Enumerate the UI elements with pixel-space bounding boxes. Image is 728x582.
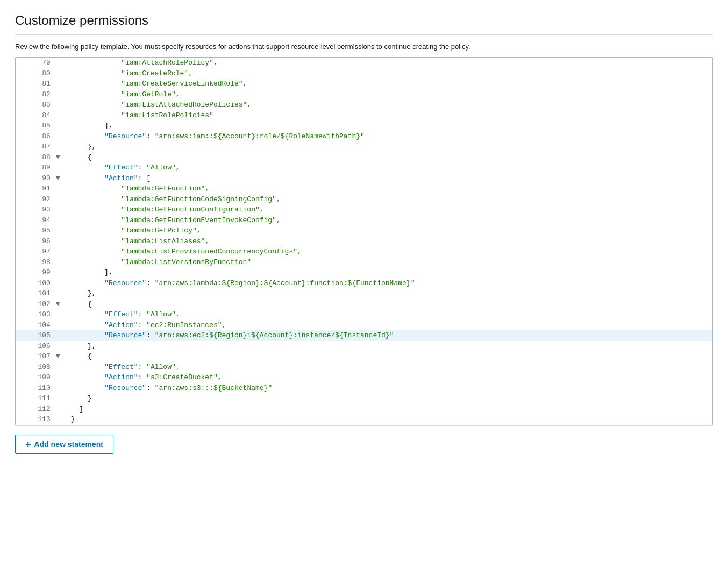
fold-indicator xyxy=(55,362,69,373)
line-number: 102 xyxy=(16,299,55,310)
code-content[interactable]: "lambda:GetFunctionEventInvokeConfig", xyxy=(69,215,712,226)
code-content[interactable]: ], xyxy=(69,120,712,131)
table-row: 83 "iam:ListAttachedRolePolicies", xyxy=(16,100,712,110)
code-content[interactable]: "Action": [ xyxy=(69,173,712,184)
table-row: 95 "lambda:GetPolicy", xyxy=(16,225,712,236)
line-number: 94 xyxy=(16,215,55,226)
fold-indicator xyxy=(55,141,69,152)
code-area[interactable]: 79 "iam:AttachRolePolicy",80 "iam:Create… xyxy=(16,58,712,425)
code-content[interactable]: "iam:CreateServiceLinkedRole", xyxy=(69,79,712,89)
table-row: 94 "lambda:GetFunctionEventInvokeConfig"… xyxy=(16,215,712,226)
code-content[interactable]: "Resource": "arn:aws:lambda:${Region}:${… xyxy=(69,278,712,289)
table-row: 86 "Resource": "arn:aws:iam::${Account}:… xyxy=(16,131,712,142)
table-row: 105 "Resource": "arn:aws:ec2:${Region}:$… xyxy=(16,330,712,341)
line-number: 98 xyxy=(16,257,55,268)
code-content[interactable]: "Action": "ec2:RunInstances", xyxy=(69,320,712,331)
code-content[interactable]: }, xyxy=(69,141,712,152)
line-number: 91 xyxy=(16,183,55,194)
code-content[interactable]: "Resource": "arn:aws:ec2:${Region}:${Acc… xyxy=(69,330,712,341)
code-content[interactable]: "iam:CreateRole", xyxy=(69,68,712,79)
table-row: 96 "lambda:ListAliases", xyxy=(16,236,712,247)
code-content[interactable]: "iam:ListRolePolicies" xyxy=(69,110,712,121)
line-number: 112 xyxy=(16,404,55,415)
fold-indicator xyxy=(55,236,69,247)
table-row: 110 "Resource": "arn:aws:s3:::${BucketNa… xyxy=(16,383,712,394)
table-row: 91 "lambda:GetFunction", xyxy=(16,183,712,194)
page-description: Review the following policy template. Yo… xyxy=(15,42,713,51)
policy-editor: 79 "iam:AttachRolePolicy",80 "iam:Create… xyxy=(15,57,713,425)
code-content[interactable]: ], xyxy=(69,267,712,278)
plus-icon: + xyxy=(25,439,31,449)
line-number: 96 xyxy=(16,236,55,247)
line-number: 82 xyxy=(16,89,55,100)
line-number: 89 xyxy=(16,162,55,173)
fold-indicator[interactable]: ▼ xyxy=(55,173,69,184)
line-number: 87 xyxy=(16,141,55,152)
code-content[interactable]: } xyxy=(69,393,712,404)
code-content[interactable]: "Effect": "Allow", xyxy=(69,309,712,320)
code-content[interactable]: "iam:GetRole", xyxy=(69,89,712,100)
code-content[interactable]: "iam:ListAttachedRolePolicies", xyxy=(69,100,712,110)
code-content[interactable]: "lambda:ListVersionsByFunction" xyxy=(69,257,712,268)
code-content[interactable]: "lambda:GetFunctionCodeSigningConfig", xyxy=(69,194,712,205)
line-number: 113 xyxy=(16,414,55,425)
fold-indicator xyxy=(55,215,69,226)
table-row: 107▼ { xyxy=(16,351,712,362)
line-number: 79 xyxy=(16,58,55,68)
fold-indicator xyxy=(55,204,69,215)
fold-indicator xyxy=(55,100,69,110)
code-content[interactable]: "lambda:ListProvisionedConcurrencyConfig… xyxy=(69,246,712,257)
code-content[interactable]: "Action": "s3:CreateBucket", xyxy=(69,372,712,383)
code-content[interactable]: "Effect": "Allow", xyxy=(69,162,712,173)
code-content[interactable]: "Resource": "arn:aws:iam::${Account}:rol… xyxy=(69,131,712,142)
fold-indicator xyxy=(55,110,69,121)
fold-indicator xyxy=(55,225,69,236)
fold-indicator xyxy=(55,58,69,68)
line-number: 88 xyxy=(16,152,55,163)
line-number: 105 xyxy=(16,330,55,341)
code-content[interactable]: }, xyxy=(69,288,712,299)
table-row: 84 "iam:ListRolePolicies" xyxy=(16,110,712,121)
table-row: 111 } xyxy=(16,393,712,404)
code-content[interactable]: { xyxy=(69,152,712,163)
table-row: 106 }, xyxy=(16,341,712,352)
fold-indicator xyxy=(55,320,69,331)
table-row: 102▼ { xyxy=(16,299,712,310)
add-statement-button[interactable]: + Add new statement xyxy=(15,435,113,454)
table-row: 90▼ "Action": [ xyxy=(16,173,712,184)
fold-indicator xyxy=(55,131,69,142)
table-row: 100 "Resource": "arn:aws:lambda:${Region… xyxy=(16,278,712,289)
code-content[interactable]: "lambda:GetFunctionConfiguration", xyxy=(69,204,712,215)
fold-indicator xyxy=(55,257,69,268)
line-number: 111 xyxy=(16,393,55,404)
table-row: 85 ], xyxy=(16,120,712,131)
table-row: 112 ] xyxy=(16,404,712,415)
fold-indicator xyxy=(55,183,69,194)
line-number: 100 xyxy=(16,278,55,289)
code-content[interactable]: "Resource": "arn:aws:s3:::${BucketName}" xyxy=(69,383,712,394)
line-number: 104 xyxy=(16,320,55,331)
line-number: 101 xyxy=(16,288,55,299)
code-content[interactable]: "iam:AttachRolePolicy", xyxy=(69,58,712,68)
fold-indicator xyxy=(55,393,69,404)
fold-indicator[interactable]: ▼ xyxy=(55,351,69,362)
code-content[interactable]: { xyxy=(69,299,712,310)
fold-indicator xyxy=(55,79,69,89)
code-content[interactable]: { xyxy=(69,351,712,362)
line-number: 90 xyxy=(16,173,55,184)
code-content[interactable]: "Effect": "Allow", xyxy=(69,362,712,373)
fold-indicator[interactable]: ▼ xyxy=(55,299,69,310)
fold-indicator xyxy=(55,341,69,352)
code-content[interactable]: ] xyxy=(69,404,712,415)
code-content[interactable]: "lambda:GetPolicy", xyxy=(69,225,712,236)
line-number: 103 xyxy=(16,309,55,320)
fold-indicator xyxy=(55,414,69,425)
code-content[interactable]: "lambda:GetFunction", xyxy=(69,183,712,194)
code-content[interactable]: }, xyxy=(69,341,712,352)
table-row: 103 "Effect": "Allow", xyxy=(16,309,712,320)
fold-indicator xyxy=(55,278,69,289)
code-content[interactable]: } xyxy=(69,414,712,425)
fold-indicator[interactable]: ▼ xyxy=(55,152,69,163)
fold-indicator xyxy=(55,288,69,299)
code-content[interactable]: "lambda:ListAliases", xyxy=(69,236,712,247)
